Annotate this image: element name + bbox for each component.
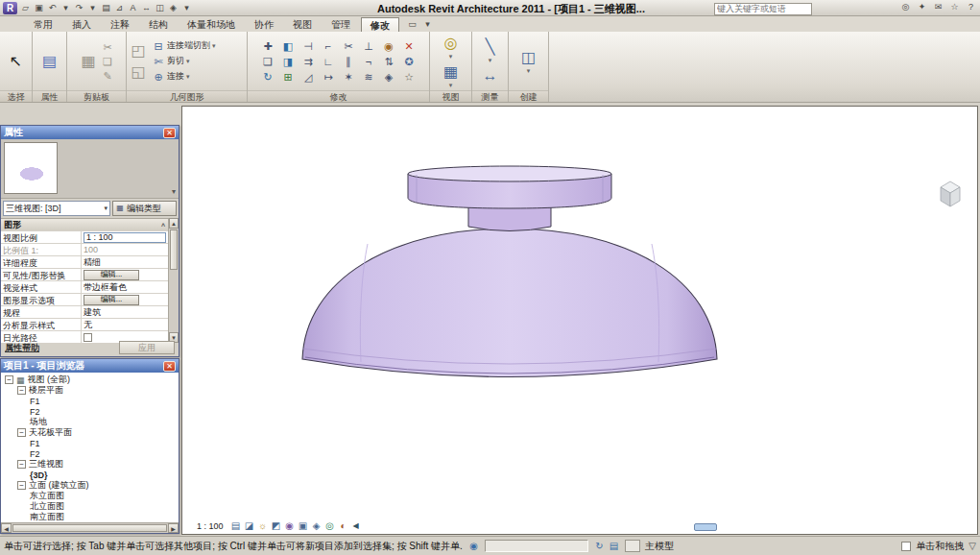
property-value[interactable]: 100 [82, 244, 168, 255]
preview-options-caret-icon[interactable]: ▾ [172, 187, 176, 196]
editable-only-icon[interactable]: ▤ [608, 540, 620, 552]
help-icon[interactable]: ? [965, 1, 977, 13]
drawing-area[interactable]: 1 : 100 ▤◪☼◩◉▣◈◎◐ ◀ [181, 106, 978, 535]
temporary-hide-icon[interactable]: ◎ [324, 520, 336, 532]
measure-icon[interactable]: ⊿ [113, 2, 126, 14]
viewbar-collapse-icon[interactable]: ◀ [353, 521, 359, 530]
project-browser-header[interactable]: 项目1 - 项目浏览器 ✕ [1, 359, 179, 373]
workset-field[interactable] [625, 540, 640, 552]
property-value[interactable]: 编辑... [82, 269, 168, 280]
activate-icon[interactable]: ◈ [382, 70, 395, 84]
tree-item[interactable]: −楼层平面 [1, 385, 179, 396]
tree-item[interactable]: F1 [1, 396, 179, 406]
array-icon[interactable]: ⊞ [281, 70, 295, 84]
close-icon[interactable]: ✕ [163, 128, 176, 138]
cut-geometry-button[interactable]: ✄剪切▾ [151, 54, 245, 68]
crop-view-icon[interactable]: ▣ [298, 520, 309, 532]
scroll-thumb[interactable] [12, 524, 167, 532]
tree-expander-icon[interactable]: − [17, 428, 26, 437]
edit-type-button[interactable]: ▦ 编辑类型 [112, 201, 177, 216]
unpin-icon[interactable]: ✫ [402, 70, 416, 84]
tree-expander-icon[interactable]: − [5, 375, 13, 384]
paste-icon[interactable]: ▦ [79, 52, 98, 71]
aligned-dimension-icon[interactable]: ↔ [481, 66, 500, 85]
canvas-hscroll-thumb[interactable] [694, 523, 717, 531]
undo-icon[interactable]: ↶ [46, 2, 59, 14]
extend-icon[interactable]: ↦ [322, 70, 335, 84]
property-value[interactable]: 精细 [82, 256, 168, 268]
properties-help-link[interactable]: 属性帮助 [5, 342, 39, 354]
property-value[interactable]: 编辑... [82, 294, 168, 305]
joint-end-cut-icon[interactable]: ⊟ [152, 39, 165, 53]
viewcube-icon[interactable] [941, 181, 960, 206]
joint-end-cut-button[interactable]: ⊟连接端切割▾ [151, 38, 245, 53]
property-row[interactable]: 规程建筑 [1, 306, 168, 319]
property-value[interactable]: 建筑 [82, 306, 168, 318]
tab-view[interactable]: 视图 [284, 17, 321, 32]
redo-icon[interactable]: ↷ [73, 2, 85, 14]
paint-icon[interactable]: ◉ [382, 39, 395, 53]
tree-item[interactable]: 场地 [1, 417, 179, 427]
rotate-icon[interactable]: ↻ [261, 70, 275, 84]
lamp-top-disk[interactable] [408, 166, 611, 208]
infocenter-search[interactable] [714, 2, 812, 14]
mirror-pick-axis-icon[interactable]: ◧ [281, 39, 295, 53]
scale-icon[interactable]: ◿ [301, 70, 315, 84]
text-icon[interactable]: A [127, 2, 139, 14]
tab-home[interactable]: 常用 [25, 17, 61, 32]
join-geometry-button[interactable]: ⊕连接▾ [151, 69, 245, 84]
join-geometry-icon[interactable]: ⊕ [152, 70, 165, 84]
default-3d-icon[interactable]: ◈ [167, 2, 179, 14]
property-row[interactable]: 分析显示样式无 [1, 319, 168, 331]
shadows-icon[interactable]: ◩ [271, 520, 282, 532]
wall-joins-icon[interactable]: ⊥ [362, 39, 375, 53]
tab-insert[interactable]: 插入 [63, 17, 100, 32]
cut-icon[interactable]: ✂ [101, 40, 114, 54]
ribbon-state-icon[interactable]: ▭ [406, 18, 418, 31]
property-row[interactable]: 可见性/图形替换编辑... [1, 269, 168, 281]
show-crop-icon[interactable]: ◈ [311, 520, 323, 532]
property-value[interactable]: 带边框着色 [82, 281, 168, 293]
mirror-draw-axis-icon[interactable]: ◨ [281, 55, 295, 68]
copy-icon[interactable]: ❏ [261, 55, 275, 68]
search-icon[interactable]: ◎ [899, 1, 912, 13]
undo-caret-icon[interactable]: ▾ [60, 2, 72, 14]
match-type-icon[interactable]: ✎ [101, 69, 114, 83]
edit-button[interactable]: 编辑... [84, 295, 139, 305]
link-icon[interactable]: ⇅ [382, 55, 395, 68]
cut-geometry-icon[interactable]: ✄ [152, 55, 165, 68]
demolish-icon[interactable]: ✶ [342, 70, 355, 84]
properties-scrollbar[interactable]: ▲ ▼ [168, 218, 179, 343]
tab-modify[interactable]: 修改 [361, 17, 399, 32]
ribbon-minimize-icon[interactable]: ▾ [421, 18, 434, 31]
print-icon[interactable]: ▤ [100, 2, 112, 14]
revit-logo[interactable]: R [3, 2, 17, 14]
measure-tool-icon[interactable]: ╲ [481, 37, 500, 57]
move-icon[interactable]: ✚ [261, 39, 275, 53]
type-selector[interactable]: 三维视图: [3D] ▾ [3, 201, 110, 216]
reveal-hidden-icon[interactable]: ◐ [338, 520, 349, 532]
worksets-icon[interactable]: ↻ [593, 540, 606, 552]
press-drag-checkbox[interactable] [901, 542, 911, 551]
rendering-icon[interactable]: ◉ [284, 520, 296, 532]
tree-item[interactable]: −三维视图 [1, 459, 179, 470]
scroll-thumb[interactable] [170, 229, 178, 270]
tree-expander-icon[interactable]: − [17, 386, 26, 395]
close-icon[interactable]: ✕ [163, 361, 176, 372]
scroll-left-icon[interactable]: ◀ [1, 523, 12, 533]
pin-icon[interactable]: ✪ [402, 55, 416, 68]
tab-massing-site[interactable]: 体量和场地 [179, 17, 244, 32]
copy-to-clipboard-icon[interactable]: ❏ [101, 55, 114, 68]
filter-icon[interactable]: ▽ [968, 541, 976, 551]
split-element-icon[interactable]: ✂ [342, 39, 355, 53]
redo-caret-icon[interactable]: ▾ [86, 2, 99, 14]
tree-item[interactable]: {3D} [1, 470, 179, 480]
modify-cursor-icon[interactable]: ↖ [7, 52, 26, 71]
tree-item[interactable]: 南立面图 [1, 512, 179, 522]
dimension-icon[interactable]: ↔ [140, 2, 153, 14]
sun-path-icon[interactable]: ☼ [257, 520, 269, 532]
trim-corner-icon[interactable]: ⌐ [322, 39, 335, 53]
tree-expander-icon[interactable]: − [17, 460, 26, 469]
offset-icon[interactable]: ⇉ [301, 55, 315, 68]
communication-center-icon[interactable]: ✉ [932, 1, 944, 13]
